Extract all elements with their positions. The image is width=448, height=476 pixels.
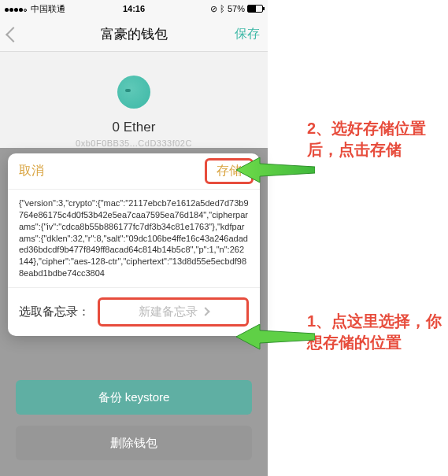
alarm-icon: ⊘ [210,4,217,14]
share-sheet: 取消 存储 {"version":3,"crypto":{"mac":"2117… [8,153,260,336]
annotation-1: 1、点这里选择，你想存储的位置 [307,311,448,353]
save-link[interactable]: 保存 [235,26,260,42]
battery-icon [247,5,263,13]
wallet-avatar-icon [117,76,150,109]
address-label: 0xb0F0BB35...CdD333f02C [0,138,268,148]
nav-bar: 富豪的钱包 保存 [0,17,268,52]
select-memo-label: 选取备忘录： [19,304,90,319]
store-button[interactable]: 存储 [217,163,242,179]
keystore-text: {"version":3,"crypto":{"mac":"2117ebcb7e… [8,190,260,287]
store-highlight-box: 存储 [205,158,254,184]
cancel-button[interactable]: 取消 [19,163,44,179]
status-bar: 中国联通 14:16 ⊘ ᛒ 57% [0,0,268,17]
annotation-2: 2、选好存储位置后，点击存储 [307,118,448,161]
balance-label: 0 Ether [0,120,268,135]
wallet-summary: 0 Ether 0xb0F0BB35...CdD333f02C [0,52,268,148]
new-memo-button[interactable]: 新建备忘录 [98,297,249,327]
signal-icon [5,4,28,13]
back-icon[interactable] [6,27,21,42]
new-memo-label: 新建备忘录 [139,304,198,319]
delete-wallet-button[interactable]: 删除钱包 [16,426,252,460]
page-title: 富豪的钱包 [101,25,168,43]
clock: 14:16 [123,4,145,13]
chevron-right-icon [201,308,209,316]
bluetooth-icon: ᛒ [220,4,225,13]
carrier-label: 中国联通 [31,3,65,15]
backup-button[interactable]: 备份 keystore [16,380,252,415]
battery-pct: 57% [228,4,245,13]
